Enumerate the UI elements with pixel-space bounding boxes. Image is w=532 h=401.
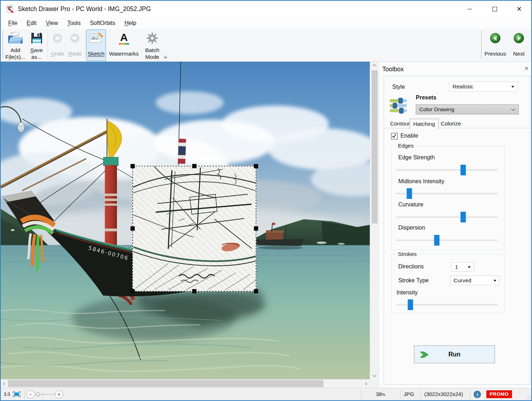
dropdown-arrow-icon: [468, 266, 471, 268]
toolbox-title: Toolbox: [382, 66, 404, 73]
close-button[interactable]: ×: [508, 1, 530, 17]
dropdown-arrow-icon: [511, 86, 514, 88]
zoom-out-button[interactable]: −: [26, 390, 35, 399]
stroke-type-dropdown[interactable]: Curved: [450, 276, 500, 285]
tab-contour[interactable]: Contour: [387, 119, 413, 128]
scroll-right-button[interactable]: ›: [363, 380, 369, 387]
curvature-slider[interactable]: [396, 212, 498, 222]
image-dimensions: (3022x3022x24): [424, 391, 463, 397]
directions-label: Directions: [398, 263, 424, 270]
menu-softorbits[interactable]: SoftOrbits: [85, 19, 120, 28]
slider-thumb[interactable]: [461, 165, 466, 175]
edges-group: Edges Edge Strength Midtones Intensity C…: [391, 146, 505, 250]
slider-track[interactable]: [396, 216, 498, 218]
chevron-down-icon: [372, 373, 376, 377]
app-icon: [5, 4, 15, 14]
dispersion-slider[interactable]: [396, 235, 498, 246]
scroll-down-button[interactable]: [371, 372, 378, 379]
add-files-label-line2: File(s)...: [5, 53, 25, 60]
undo-label: Undo: [51, 50, 64, 57]
presets-value: Color Drawing: [419, 106, 454, 113]
slider-track[interactable]: [396, 240, 498, 241]
add-files-label-line1: Add: [10, 47, 20, 53]
redo-button[interactable]: Redo: [66, 30, 83, 61]
scroll-left-button[interactable]: ‹: [1, 380, 7, 387]
zoom-in-button[interactable]: +: [55, 390, 63, 399]
toolbar-drag-handle[interactable]: [481, 31, 482, 58]
toolbox-close-button[interactable]: ×: [525, 65, 528, 72]
menu-tools[interactable]: Tools: [63, 19, 85, 28]
undo-button[interactable]: Undo: [49, 30, 66, 61]
check-icon: [392, 133, 397, 139]
previous-label: Previous: [485, 50, 506, 57]
watermarks-button[interactable]: A Watermarks: [107, 30, 141, 61]
toolbar-separator: [47, 31, 48, 58]
add-files-button[interactable]: Add File(s)...: [4, 30, 26, 61]
redo-label: Redo: [68, 50, 81, 57]
slider-thumb[interactable]: [434, 235, 440, 246]
zoom-slider-thumb[interactable]: [36, 392, 40, 396]
previous-button[interactable]: Previous: [484, 30, 507, 61]
slider-thumb[interactable]: [407, 188, 412, 199]
redo-icon: [67, 30, 83, 46]
save-as-label-line2: as...: [31, 53, 42, 60]
midtones-intensity-label: Midtones Intensity: [398, 178, 444, 185]
slider-thumb[interactable]: [461, 212, 466, 222]
intensity-slider[interactable]: [396, 299, 498, 310]
edges-group-title: Edges: [396, 143, 415, 149]
tab-hatching[interactable]: Hatching: [410, 119, 439, 129]
scroll-up-button[interactable]: [371, 62, 378, 69]
midtones-intensity-slider[interactable]: [396, 188, 498, 199]
enable-checkbox[interactable]: [391, 133, 398, 139]
menu-view[interactable]: View: [41, 19, 62, 28]
edge-strength-slider[interactable]: [396, 165, 498, 175]
stroke-type-label: Stroke Type: [398, 277, 429, 284]
undo-icon: [50, 30, 65, 46]
image-canvas[interactable]: 5846-00706: [1, 62, 370, 379]
directions-dropdown[interactable]: 1: [451, 262, 474, 272]
vertical-scrollbar[interactable]: [370, 62, 379, 379]
presets-dropdown[interactable]: Color Drawing: [416, 104, 519, 114]
add-files-folder-icon: [5, 30, 26, 46]
maximize-button[interactable]: [484, 1, 505, 17]
edge-strength-label: Edge Strength: [398, 154, 435, 161]
menu-bar: File Edit View Tools SoftOrbits Help: [1, 17, 531, 29]
style-dropdown[interactable]: Realistic: [449, 82, 517, 92]
batch-mode-button[interactable]: Batch Mode: [142, 30, 163, 61]
next-button[interactable]: Next: [508, 30, 529, 61]
menu-file[interactable]: File: [4, 19, 22, 28]
sketch-button[interactable]: Sketch: [86, 30, 106, 61]
strokes-group-title: Strokes: [396, 251, 419, 257]
fit-screen-icon[interactable]: [13, 391, 21, 397]
intensity-label: Intensity: [397, 289, 418, 296]
toolbar-overflow-button[interactable]: [163, 56, 168, 60]
sketch-picture-pencil-icon: [87, 30, 106, 46]
toolbar-drag-handle[interactable]: [2, 31, 3, 58]
toolbox-panel: Toolbox × Style Realistic Presets Color …: [379, 62, 532, 388]
resize-grip[interactable]: [526, 395, 530, 399]
chevron-down-icon: [511, 107, 515, 111]
gear-icon: [142, 30, 162, 46]
batch-mode-label-line1: Batch: [145, 47, 159, 53]
status-separator: [470, 390, 470, 399]
status-bar: 1:1 − + 38% JPG (3022x3022x24) i PROMO: [1, 388, 531, 400]
menu-edit[interactable]: Edit: [22, 19, 41, 28]
horizontal-scrollbar-thumb[interactable]: [8, 380, 323, 387]
save-floppy-icon: [27, 30, 46, 46]
run-label: Run: [448, 351, 460, 358]
sketch-preview-region[interactable]: [133, 166, 256, 291]
info-icon[interactable]: i: [474, 391, 481, 398]
save-as-button[interactable]: Save as...: [27, 30, 46, 61]
tab-colorize[interactable]: Colorize: [438, 119, 464, 128]
photo: 5846-00706: [1, 62, 370, 379]
run-button[interactable]: Run: [414, 345, 495, 363]
actual-size-button[interactable]: 1:1: [4, 392, 10, 397]
menu-help[interactable]: Help: [120, 19, 141, 28]
minimize-button[interactable]: [459, 1, 480, 17]
vertical-scrollbar-thumb[interactable]: [372, 70, 378, 223]
close-icon: ×: [517, 4, 521, 14]
promo-badge[interactable]: PROMO: [486, 390, 512, 398]
slider-thumb[interactable]: [408, 299, 413, 310]
slider-track[interactable]: [396, 169, 498, 171]
horizontal-scrollbar[interactable]: ‹ ›: [1, 379, 370, 388]
